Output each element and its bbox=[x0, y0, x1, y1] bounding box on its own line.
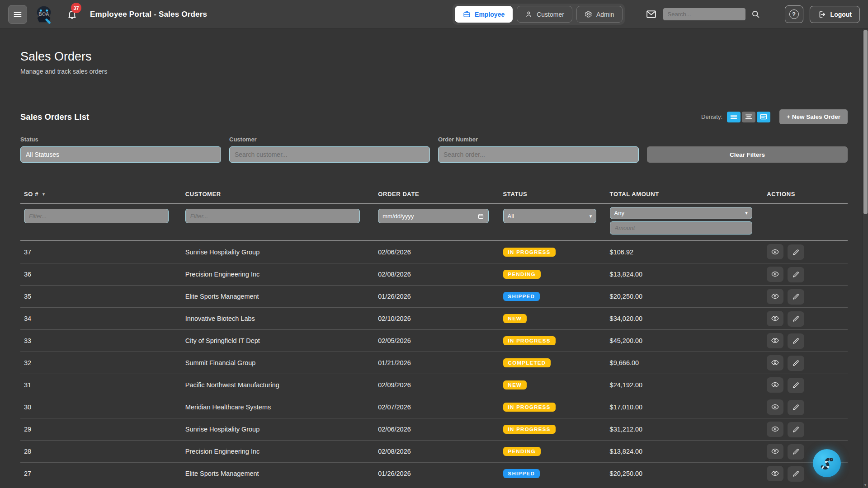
customer-column-filter-input[interactable] bbox=[185, 209, 360, 223]
page-title: Sales Orders bbox=[20, 50, 848, 64]
svg-text:BOA: BOA bbox=[38, 11, 49, 16]
customer-filter-field: Customer bbox=[229, 136, 430, 163]
density-compact-button[interactable] bbox=[727, 112, 741, 122]
global-search-input[interactable] bbox=[663, 8, 745, 20]
amount-cell: $45,200.00 bbox=[606, 337, 764, 344]
scrollbar-thumb[interactable] bbox=[863, 30, 868, 214]
edit-order-button[interactable] bbox=[788, 267, 804, 282]
actions-cell bbox=[763, 377, 848, 393]
edit-order-button[interactable] bbox=[788, 422, 804, 437]
customer-cell: Meridian Healthcare Systems bbox=[182, 404, 374, 411]
status-badge: IN PROGRESS bbox=[503, 403, 556, 412]
notification-count-badge: 37 bbox=[71, 3, 81, 13]
mail-button[interactable] bbox=[646, 9, 657, 20]
so-cell: 35 bbox=[20, 293, 182, 300]
edit-order-button[interactable] bbox=[788, 244, 804, 260]
help-button[interactable]: ? bbox=[785, 5, 803, 23]
view-order-button[interactable] bbox=[767, 333, 783, 348]
column-header-status[interactable]: STATUS bbox=[500, 188, 606, 203]
table-row: 32Summit Financial Group01/21/2026COMPLE… bbox=[20, 352, 848, 374]
hamburger-menu-button[interactable] bbox=[8, 5, 27, 24]
pencil-icon bbox=[792, 249, 800, 256]
so-cell: 31 bbox=[20, 381, 182, 389]
view-order-button[interactable] bbox=[767, 244, 783, 259]
order-date-filter-input[interactable]: mm/dd/yyyy bbox=[378, 209, 489, 223]
customer-filter-input[interactable] bbox=[229, 146, 430, 163]
search-icon bbox=[751, 9, 760, 19]
status-cell: IN PROGRESS bbox=[500, 248, 606, 257]
date-column-filter-cell: mm/dd/yyyy bbox=[374, 209, 499, 223]
tab-admin-label: Admin bbox=[596, 11, 614, 18]
order-number-filter-input[interactable] bbox=[438, 146, 639, 163]
edit-order-button[interactable] bbox=[788, 400, 804, 415]
order-date-cell: 01/26/2026 bbox=[374, 293, 499, 300]
order-number-filter-label: Order Number bbox=[438, 136, 639, 143]
eye-icon bbox=[771, 248, 779, 256]
customer-cell: Innovative Biotech Labs bbox=[182, 315, 374, 322]
new-sales-order-button[interactable]: + New Sales Order bbox=[779, 109, 848, 124]
tab-admin[interactable]: Admin bbox=[576, 6, 623, 23]
search-submit-button[interactable] bbox=[751, 9, 760, 19]
density-card-button[interactable] bbox=[757, 112, 770, 122]
view-order-button[interactable] bbox=[767, 267, 783, 282]
column-header-order-date[interactable]: ORDER DATE bbox=[374, 188, 499, 203]
question-mark-icon: ? bbox=[789, 9, 799, 19]
table-row: 36Precision Engineering Inc02/08/2026PEN… bbox=[20, 263, 848, 285]
tab-customer[interactable]: Customer bbox=[517, 6, 572, 23]
notifications-button[interactable]: 37 bbox=[67, 9, 77, 19]
customer-cell: Sunrise Hospitality Group bbox=[182, 426, 374, 433]
pencil-icon bbox=[792, 381, 800, 389]
sort-desc-icon: ▼ bbox=[42, 192, 46, 197]
customer-cell: Summit Financial Group bbox=[182, 359, 374, 366]
calendar-icon[interactable] bbox=[477, 213, 484, 220]
edit-order-button[interactable] bbox=[788, 289, 804, 305]
customer-cell: Sunrise Hospitality Group bbox=[182, 249, 374, 256]
pencil-icon bbox=[792, 337, 800, 345]
view-order-button[interactable] bbox=[767, 466, 783, 481]
so-cell: 27 bbox=[20, 470, 182, 477]
so-cell: 36 bbox=[20, 271, 182, 278]
column-header-customer[interactable]: CUSTOMER bbox=[182, 188, 374, 203]
assistant-fab-button[interactable] bbox=[813, 449, 841, 477]
actions-cell bbox=[763, 311, 848, 327]
edit-order-button[interactable] bbox=[788, 444, 804, 460]
table-row: 35Elite Sports Management01/26/2026SHIPP… bbox=[20, 285, 848, 307]
status-column-filter-select[interactable]: All ▾ bbox=[503, 209, 597, 223]
view-order-button[interactable] bbox=[767, 444, 783, 459]
view-order-button[interactable] bbox=[767, 422, 783, 437]
view-order-button[interactable] bbox=[767, 311, 783, 326]
clear-filters-field: Clear Filters bbox=[647, 146, 848, 163]
edit-order-button[interactable] bbox=[788, 333, 804, 349]
amount-range-filter-select[interactable]: Any ▾ bbox=[610, 207, 752, 219]
edit-order-button[interactable] bbox=[788, 466, 804, 482]
density-comfortable-icon bbox=[745, 113, 753, 120]
density-comfortable-button[interactable] bbox=[742, 112, 755, 122]
view-order-button[interactable] bbox=[767, 377, 783, 393]
page-subtitle: Manage and track sales orders bbox=[20, 68, 848, 75]
status-badge: IN PROGRESS bbox=[503, 425, 556, 434]
sales-orders-table: SO # ▼ CUSTOMER ORDER DATE STATUS TOTAL … bbox=[20, 188, 848, 484]
status-column-filter-value: All bbox=[508, 213, 514, 220]
amount-cell: $20,250.00 bbox=[606, 470, 764, 477]
actions-cell bbox=[763, 399, 848, 415]
view-order-button[interactable] bbox=[767, 289, 783, 304]
so-column-filter-input[interactable] bbox=[24, 209, 169, 223]
column-header-so[interactable]: SO # ▼ bbox=[20, 188, 182, 203]
person-icon bbox=[525, 10, 533, 18]
view-order-button[interactable] bbox=[767, 399, 783, 415]
clear-filters-button[interactable]: Clear Filters bbox=[647, 146, 848, 163]
logout-button[interactable]: Logout bbox=[810, 6, 860, 23]
tab-employee[interactable]: Employee bbox=[455, 6, 513, 23]
edit-order-button[interactable] bbox=[788, 378, 804, 393]
column-header-total-amount[interactable]: TOTAL AMOUNT bbox=[606, 188, 764, 203]
page-scrollbar[interactable]: ▾ bbox=[862, 29, 868, 488]
edit-order-button[interactable] bbox=[788, 356, 804, 371]
status-cell: NEW bbox=[500, 314, 606, 323]
amount-filter-input[interactable] bbox=[610, 221, 752, 235]
edit-order-button[interactable] bbox=[788, 311, 804, 327]
portal-tab-group: Employee Customer Admin bbox=[453, 4, 625, 25]
view-order-button[interactable] bbox=[767, 355, 783, 371]
status-filter-value: All Statuses bbox=[26, 151, 59, 158]
scrollbar-down-arrow-icon[interactable]: ▾ bbox=[863, 483, 868, 487]
status-filter-select[interactable]: All Statuses bbox=[20, 146, 221, 163]
